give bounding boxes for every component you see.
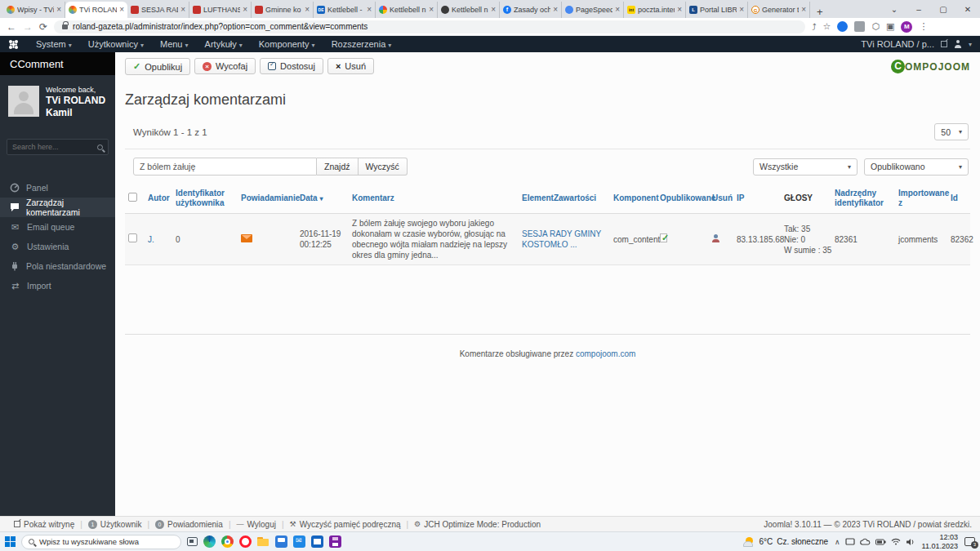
tab-close-icon[interactable]: × [739,6,744,14]
tray-expand-icon[interactable]: ∧ [835,538,840,546]
start-button-icon[interactable] [5,536,16,547]
task-view-icon[interactable] [187,537,198,546]
search-icon[interactable] [97,144,103,150]
delete-button[interactable]: ×Usuń [327,58,374,74]
user-menu-caret-icon[interactable]: ▾ [969,41,972,48]
tab-close-icon[interactable]: × [56,6,61,14]
url-field[interactable]: roland-gazeta.pl/administrator/index.php… [54,20,805,33]
comment-search-input[interactable] [133,158,317,176]
back-button[interactable]: ← [7,21,16,33]
calculator-icon[interactable] [275,535,287,548]
header-id[interactable]: Id [947,184,970,214]
site-preview-link[interactable]: TVi ROLAND / p... [861,39,934,49]
unpublish-button[interactable]: ×Wycofaj [194,58,256,74]
opera-icon[interactable] [239,535,252,548]
weather-widget[interactable]: 6°C Cz. słoneczne [743,537,828,547]
mail-icon[interactable] [293,535,305,548]
tab-close-icon[interactable]: × [180,6,185,14]
state-filter-select[interactable]: Opublikowano▾ [864,158,969,176]
save-app-icon[interactable] [329,535,341,548]
header-delete[interactable]: Usuń [709,184,733,214]
extension-icon[interactable] [854,21,865,32]
sidepanel-icon[interactable]: ▣ [886,21,894,32]
wifi-icon[interactable] [891,538,901,545]
external-link-icon[interactable] [941,41,947,47]
tab-close-icon[interactable]: × [615,6,620,14]
browser-tab[interactable]: Gminne ko× [252,2,314,18]
notification-envelope-icon[interactable] [241,234,252,242]
forward-button[interactable]: → [23,21,33,33]
find-button[interactable]: Znajdź [317,158,359,176]
browser-tab[interactable]: Wpisy - TVi× [3,2,65,18]
notification-center-icon[interactable]: 3 [964,537,975,546]
published-check-icon[interactable]: ✓ [660,233,670,243]
tab-close-icon[interactable]: × [119,6,124,14]
sidebar-item-import[interactable]: ⇄ Import [0,276,115,295]
sidebar-item-manage-comments[interactable]: Zarządzaj komentarzami [0,198,115,217]
device-icon[interactable] [845,538,855,546]
window-close-button[interactable]: ✕ [956,5,980,14]
tab-close-icon[interactable]: × [553,6,558,14]
header-date[interactable]: Data ▾ [296,184,349,214]
battery-icon[interactable] [875,539,886,545]
tab-list-chevron-icon[interactable]: ⌄ [882,5,906,14]
header-imported[interactable]: Importowane z [895,184,947,214]
bookmark-star-icon[interactable]: ☆ [823,21,831,32]
select-all-checkbox[interactable] [128,193,137,202]
tab-close-icon[interactable]: × [491,6,496,14]
browser-tab[interactable]: Kettlebell -× [314,2,376,18]
file-explorer-icon[interactable] [257,535,270,548]
sidebar-item-panel[interactable]: Panel [0,178,115,198]
profile-avatar[interactable]: M [901,21,912,33]
header-element[interactable]: ElementZawartości [519,184,610,214]
menu-extensions[interactable]: Rozszerzenia ▾ [324,39,399,49]
tab-close-icon[interactable]: × [243,6,247,14]
header-votes[interactable]: GŁOSY [781,184,831,214]
edit-button[interactable]: Dostosuj [260,58,323,74]
taskbar-clock[interactable]: 12:03 11.01.2023 [922,533,958,550]
browser-menu-icon[interactable]: ⋮ [919,21,928,32]
browser-tab[interactable]: SESJA RADY× [127,2,189,18]
per-page-select[interactable]: 50▾ [934,123,969,140]
clear-cache-link[interactable]: ⚒Wyczyść pamięć podręczną [284,520,407,529]
browser-tab[interactable]: Kettlebell n× [376,2,438,18]
logged-in-users[interactable]: 1Użytkownik [82,520,148,529]
header-ip[interactable]: IP [733,184,781,214]
extension-icon[interactable] [837,21,848,32]
window-maximize-button[interactable]: ▢ [931,5,956,14]
compojoom-link[interactable]: compojoom.com [576,349,635,358]
clear-button[interactable]: Wyczyść [359,158,408,176]
browser-tab[interactable]: Portal LIBR× [686,2,748,18]
tab-close-icon[interactable]: × [305,6,310,14]
volume-icon[interactable] [906,538,915,546]
menu-articles[interactable]: Artykuły ▾ [198,39,250,49]
admin-notifications[interactable]: 0Powiadomienia [149,520,229,529]
tab-close-icon[interactable]: × [429,6,434,14]
header-notify[interactable]: Powiadamianie [238,184,296,214]
header-component[interactable]: Komponent [610,184,657,214]
browser-tab[interactable]: LUFTHANSA× [189,2,252,18]
header-parent-id[interactable]: Nadrzędny identyfikator [831,184,895,214]
menu-menus[interactable]: Menu ▾ [153,39,196,49]
author-link[interactable]: J. [148,235,154,244]
sidebar-search[interactable] [7,139,109,155]
menu-users[interactable]: Użytkownicy ▾ [81,39,151,49]
chrome-icon[interactable] [221,535,234,548]
view-site-link[interactable]: Pokaż witrynę [8,520,80,529]
window-minimize-button[interactable]: – [906,5,931,14]
browser-tab[interactable]: PageSpeed× [562,2,624,18]
secure-lock-icon[interactable] [62,24,68,29]
extensions-puzzle-icon[interactable]: ⬡ [871,21,880,32]
browser-tab[interactable]: poczta.inter× [624,2,686,18]
menu-components[interactable]: Komponenty ▾ [252,39,323,49]
header-comment[interactable]: Komentarz [349,184,519,214]
new-tab-button[interactable]: + [810,6,830,18]
browser-tab[interactable]: Generator t× [748,2,810,18]
reload-button[interactable]: ⟳ [39,21,47,33]
logout-link[interactable]: —Wyloguj [230,520,281,529]
sidebar-item-settings[interactable]: ⚙ Ustawienia [0,237,115,256]
browser-tab[interactable]: Kettlebell n× [438,2,500,18]
document-app-icon[interactable] [311,535,323,548]
tab-close-icon[interactable]: × [367,6,372,14]
tab-close-icon[interactable]: × [677,6,682,14]
